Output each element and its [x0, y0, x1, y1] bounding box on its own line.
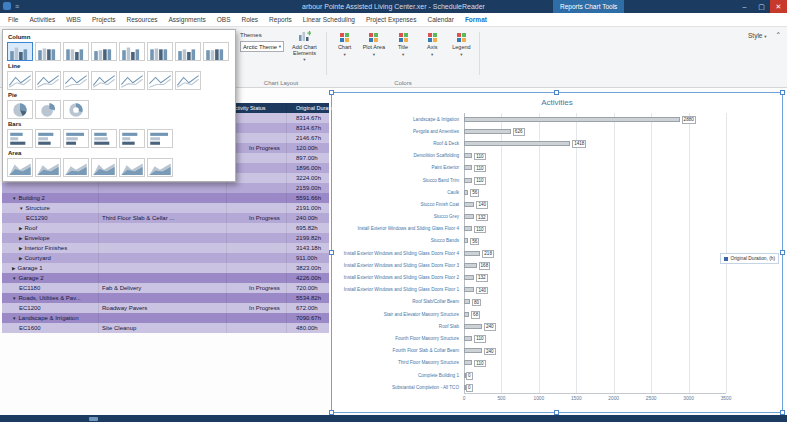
table-row[interactable]: ▼Landscape & Irrigation7090.67h — [2, 313, 329, 323]
bar[interactable] — [464, 299, 470, 304]
line-chart-icon[interactable] — [91, 71, 117, 90]
bars-chart-icon[interactable] — [35, 129, 61, 148]
pie-chart-icon[interactable] — [35, 100, 61, 119]
close-button[interactable]: ✕ — [770, 0, 787, 13]
chart-color-button[interactable]: Chart▾ — [330, 30, 359, 76]
area-chart-icon[interactable] — [147, 158, 173, 177]
bar[interactable] — [464, 214, 474, 219]
selection-handle[interactable] — [329, 250, 334, 255]
tab-calendar[interactable]: Calendar — [428, 16, 454, 23]
line-chart-icon[interactable] — [7, 71, 33, 90]
line-chart-icon[interactable] — [63, 71, 89, 90]
area-chart-icon[interactable] — [91, 158, 117, 177]
table-row[interactable]: ▼Garage 24226.00h — [2, 273, 329, 283]
column-chart-icon[interactable] — [175, 42, 201, 61]
line-chart-icon[interactable] — [35, 71, 61, 90]
table-row[interactable]: ▶Envelope2199.82h — [2, 233, 329, 243]
line-chart-icon[interactable] — [119, 71, 145, 90]
selection-handle[interactable] — [780, 90, 785, 95]
line-chart-icon[interactable] — [147, 71, 173, 90]
expand-arrow-icon[interactable]: ▶ — [19, 256, 22, 261]
expand-arrow-icon[interactable]: ▶ — [19, 236, 22, 241]
expand-arrow-icon[interactable]: ▶ — [19, 246, 22, 251]
column-chart-icon[interactable] — [203, 42, 229, 61]
activities-chart[interactable]: Activities Landscape & Irrigation2880Per… — [331, 92, 783, 413]
bar[interactable] — [464, 202, 474, 207]
column-chart-icon[interactable] — [7, 42, 33, 61]
bar[interactable] — [464, 238, 468, 243]
tab-projects[interactable]: Projects — [92, 16, 115, 23]
collapse-arrow-icon[interactable]: ▼ — [12, 276, 16, 281]
duration-column-header[interactable]: Original Duration — [286, 103, 329, 113]
title-color-button[interactable]: Title▾ — [388, 30, 417, 76]
bar[interactable] — [464, 129, 511, 134]
add-chart-elements-button[interactable]: Add Chart Elements ▾ — [286, 30, 323, 77]
table-row[interactable]: EC1600Site Cleanup480.00h — [2, 323, 329, 333]
table-row[interactable]: ▼Structure2191.00h — [2, 203, 329, 213]
pie-chart-icon[interactable] — [63, 100, 89, 119]
column-chart-icon[interactable] — [119, 42, 145, 61]
bars-chart-icon[interactable] — [119, 129, 145, 148]
selection-handle[interactable] — [554, 90, 559, 95]
table-row[interactable]: EC1200Roadway PaversIn Progress672.00h — [2, 303, 329, 313]
line-chart-icon[interactable] — [175, 71, 201, 90]
bar[interactable] — [464, 324, 482, 329]
collapse-arrow-icon[interactable]: ▼ — [19, 206, 23, 211]
tab-obs[interactable]: OBS — [217, 16, 231, 23]
style-button[interactable]: Style ▾ — [748, 32, 767, 39]
bar[interactable] — [464, 153, 472, 158]
tab-reports[interactable]: Reports — [269, 16, 292, 23]
bar[interactable] — [464, 336, 472, 341]
tab-resources[interactable]: Resources — [126, 16, 157, 23]
tab-wbs[interactable]: WBS — [66, 16, 81, 23]
expand-arrow-icon[interactable]: ▶ — [19, 226, 22, 231]
bar[interactable] — [464, 263, 477, 268]
bars-chart-icon[interactable] — [63, 129, 89, 148]
tab-project-expenses[interactable]: Project Expenses — [366, 16, 417, 23]
maximize-button[interactable]: ▢ — [753, 0, 770, 13]
table-row[interactable]: EC1180Fab & DeliveryIn Progress720.00h — [2, 283, 329, 293]
tab-format[interactable]: Format — [465, 16, 487, 23]
bars-chart-icon[interactable] — [91, 129, 117, 148]
area-chart-icon[interactable] — [7, 158, 33, 177]
area-chart-icon[interactable] — [35, 158, 61, 177]
table-row[interactable]: 2159.00h — [2, 183, 329, 193]
column-chart-icon[interactable] — [35, 42, 61, 61]
table-row[interactable]: ▶Garage 13823.00h — [2, 263, 329, 273]
table-row[interactable]: ▶Roof695.82h — [2, 223, 329, 233]
column-chart-icon[interactable] — [91, 42, 117, 61]
chart-legend[interactable]: Original Duration, (h) — [720, 253, 779, 264]
table-row[interactable]: ▶Interior Finishes3143.18h — [2, 243, 329, 253]
column-chart-icon[interactable] — [63, 42, 89, 61]
bar[interactable] — [464, 190, 468, 195]
selection-handle[interactable] — [780, 250, 785, 255]
bar[interactable] — [464, 348, 482, 353]
bar[interactable] — [464, 117, 680, 122]
expand-arrow-icon[interactable]: ▶ — [12, 266, 15, 271]
bar[interactable] — [464, 360, 472, 365]
tab-assignments[interactable]: Assignments — [169, 16, 206, 23]
table-row[interactable]: ▼Roads, Utilities & Pav...5534.82h — [2, 293, 329, 303]
bar[interactable] — [464, 165, 472, 170]
tab-file[interactable]: File — [8, 16, 18, 23]
bar[interactable] — [464, 226, 472, 231]
bar[interactable] — [464, 312, 469, 317]
legend-color-button[interactable]: Legend▾ — [447, 30, 476, 76]
plot-area-color-button[interactable]: Plot Area▾ — [359, 30, 388, 76]
collapse-arrow-icon[interactable]: ▼ — [12, 316, 16, 321]
bars-chart-icon[interactable] — [147, 129, 173, 148]
table-row[interactable]: EC1290Third Floor Slab & Cellar ...In Pr… — [2, 213, 329, 223]
collapse-ribbon-icon[interactable]: ⌃ — [776, 31, 781, 39]
table-row[interactable]: ▶Courtyard911.00h — [2, 253, 329, 263]
pie-chart-icon[interactable] — [7, 100, 33, 119]
axis-color-button[interactable]: Axis▾ — [418, 30, 447, 76]
tab-activities[interactable]: Activities — [29, 16, 55, 23]
table-row[interactable]: ▼Building 25591.66h — [2, 193, 329, 203]
column-chart-icon[interactable] — [147, 42, 173, 61]
themes-select[interactable]: Arctic Theme ▾ — [240, 41, 284, 52]
bar[interactable] — [464, 251, 480, 256]
tab-linear-scheduling[interactable]: Linear Scheduling — [303, 16, 355, 23]
collapse-arrow-icon[interactable]: ▼ — [12, 296, 16, 301]
area-chart-icon[interactable] — [63, 158, 89, 177]
selection-handle[interactable] — [329, 90, 334, 95]
